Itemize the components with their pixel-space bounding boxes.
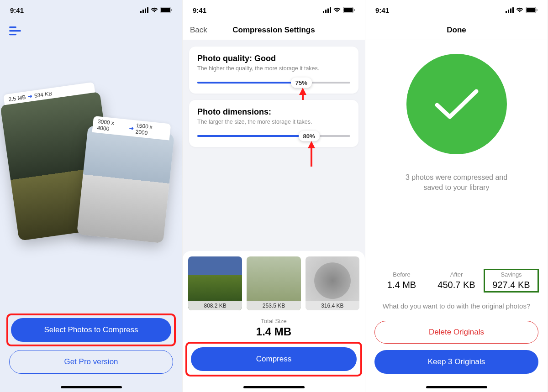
quality-title: Photo quality: Good [197, 54, 350, 63]
svg-rect-23 [537, 9, 537, 11]
compress-button[interactable]: Compress [191, 347, 357, 371]
stat-savings: Savings 927.4 KB [484, 269, 538, 292]
stat-after-label: After [430, 271, 483, 278]
demo-card-1-after: 534 KB [34, 90, 53, 99]
stat-savings-value: 927.4 KB [485, 280, 537, 290]
nav-bar: Done [365, 20, 548, 40]
wifi-icon [151, 7, 158, 13]
thumbnail-size-label: 253.5 KB [247, 301, 300, 310]
svg-rect-18 [508, 10, 509, 13]
cellular-icon [323, 7, 331, 13]
quality-subtitle: The higher the quality, the more storage… [197, 65, 350, 72]
page-title: Done [447, 26, 466, 35]
status-indicators [323, 7, 355, 13]
quality-card: Photo quality: Good The higher the quali… [189, 47, 358, 94]
nav-bar: Back Compression Settings [183, 20, 365, 40]
stat-after-value: 450.7 KB [430, 280, 483, 290]
svg-rect-3 [147, 7, 148, 13]
svg-rect-16 [354, 9, 355, 11]
svg-rect-20 [512, 7, 514, 13]
svg-rect-5 [161, 8, 170, 12]
stat-before-value: 1.4 MB [375, 280, 428, 290]
done-body: 3 photos were compressed and saved to yo… [365, 40, 548, 392]
home-buttons: Select Photos to Compress Get Pro versio… [0, 316, 182, 392]
svg-rect-15 [344, 8, 353, 12]
demo-card-2-after: 1500 x 2000 [135, 122, 166, 138]
annotation-highlight: Compress [188, 345, 359, 374]
thumbnail-size-label: 808.2 KB [188, 301, 242, 310]
arrow-icon: ➔ [27, 93, 33, 100]
stat-before-label: Before [375, 271, 428, 278]
thumbnail-row: 808.2 KB 253.5 KB 316.4 KB [188, 256, 359, 310]
success-checkmark-icon [406, 54, 507, 154]
battery-icon [160, 7, 172, 13]
svg-rect-2 [145, 9, 146, 13]
home-screen: 9:41 2.5 MB ➔ 534 KB 3000 x 4000 ➔ 15 [0, 0, 183, 392]
dimensions-title: Photo dimensions: [197, 107, 350, 117]
done-screen: 9:41 Done 3 photos were compressed and s… [365, 0, 548, 392]
cellular-icon [506, 7, 514, 13]
stat-savings-label: Savings [485, 271, 537, 278]
photo-thumbnail[interactable]: 253.5 KB [247, 256, 300, 310]
dimensions-card: Photo dimensions: The larger the size, t… [189, 100, 358, 147]
settings-screen: 9:41 Back Compression Settings Photo qua… [183, 0, 365, 392]
stats-row: Before 1.4 MB After 450.7 KB Savings 927… [374, 265, 538, 301]
svg-rect-1 [142, 10, 144, 13]
svg-rect-17 [506, 11, 507, 13]
hero-illustration: 2.5 MB ➔ 534 KB 3000 x 4000 ➔ 1500 x 200… [0, 20, 182, 316]
demo-card-2-label: 3000 x 4000 ➔ 1500 x 2000 [92, 116, 171, 141]
keep-originals-button[interactable]: Keep 3 Originals [374, 350, 538, 374]
svg-rect-6 [171, 9, 172, 11]
total-size-label: Total Size [188, 318, 359, 324]
back-button[interactable]: Back [190, 26, 207, 35]
cellular-icon [140, 7, 148, 13]
demo-card-1-before: 2.5 MB [8, 94, 26, 102]
photo-thumbnail[interactable]: 808.2 KB [188, 256, 242, 310]
status-indicators [140, 7, 172, 13]
status-time: 9:41 [375, 6, 389, 14]
battery-icon [343, 7, 355, 13]
total-size-value: 1.4 MB [188, 325, 359, 338]
stat-before: Before 1.4 MB [374, 269, 429, 292]
svg-rect-10 [323, 11, 324, 13]
demo-card-2-before: 3000 x 4000 [97, 118, 128, 134]
dimensions-subtitle: The larger the size, the more storage it… [197, 119, 350, 125]
svg-rect-12 [327, 9, 329, 13]
home-indicator[interactable] [61, 386, 122, 388]
svg-rect-0 [140, 11, 142, 13]
page-title: Compression Settings [232, 26, 315, 35]
annotation-arrow-icon [306, 140, 317, 167]
svg-rect-19 [510, 9, 511, 13]
status-indicators [506, 7, 537, 13]
photo-thumbnail[interactable]: 316.4 KB [306, 256, 359, 310]
originals-question: What do you want to do with the original… [383, 301, 531, 311]
battery-icon [526, 7, 537, 13]
select-photos-button[interactable]: Select Photos to Compress [11, 318, 171, 342]
dimensions-slider[interactable]: 80% [197, 135, 350, 137]
thumbnail-size-label: 316.4 KB [306, 301, 359, 310]
status-time: 9:41 [193, 6, 206, 14]
quality-slider[interactable]: 75% [197, 82, 350, 84]
home-indicator[interactable] [243, 386, 305, 388]
settings-body: Photo quality: Good The higher the quali… [183, 40, 365, 153]
home-indicator[interactable] [426, 386, 487, 388]
wifi-icon [516, 7, 523, 13]
svg-rect-13 [330, 7, 331, 13]
preview-panel: 808.2 KB 253.5 KB 316.4 KB Total Size 1.… [183, 251, 365, 392]
status-bar: 9:41 [183, 0, 365, 20]
delete-originals-button[interactable]: Delete Originals [374, 321, 538, 344]
quality-slider-fill [197, 82, 301, 84]
success-message: 3 photos were compressed and saved to yo… [397, 172, 516, 193]
demo-card-2: 3000 x 4000 ➔ 1500 x 2000 [77, 125, 174, 244]
status-bar: 9:41 [365, 0, 548, 20]
wifi-icon [333, 7, 341, 13]
annotation-highlight: Select Photos to Compress [9, 316, 173, 344]
svg-rect-11 [325, 10, 327, 13]
demo-card-1-label: 2.5 MB ➔ 534 KB [3, 82, 95, 105]
stat-after: After 450.7 KB [429, 269, 484, 292]
get-pro-button[interactable]: Get Pro version [9, 350, 173, 374]
dimensions-slider-fill [197, 135, 309, 137]
svg-rect-22 [527, 8, 536, 12]
arrow-icon: ➔ [129, 125, 135, 132]
status-bar: 9:41 [0, 0, 182, 20]
